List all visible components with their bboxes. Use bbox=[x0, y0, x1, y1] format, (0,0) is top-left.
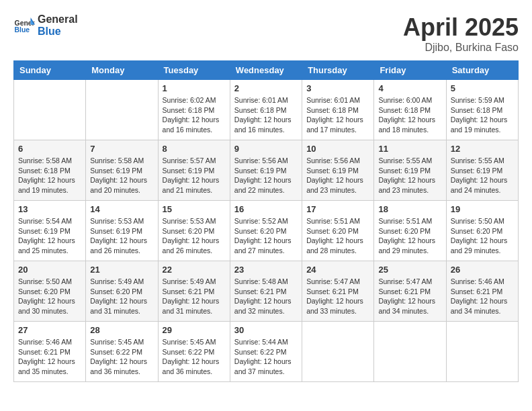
week-row-2: 6Sunrise: 5:58 AMSunset: 6:18 PMDaylight… bbox=[14, 140, 519, 201]
calendar-cell: 6Sunrise: 5:58 AMSunset: 6:18 PMDaylight… bbox=[14, 140, 86, 201]
day-info: Sunrise: 5:47 AMSunset: 6:21 PMDaylight:… bbox=[378, 277, 441, 316]
calendar-cell: 20Sunrise: 5:50 AMSunset: 6:20 PMDayligh… bbox=[14, 261, 86, 322]
calendar-cell: 3Sunrise: 6:01 AMSunset: 6:18 PMDaylight… bbox=[302, 80, 374, 140]
day-info: Sunrise: 5:48 AMSunset: 6:21 PMDaylight:… bbox=[234, 277, 298, 316]
week-row-5: 27Sunrise: 5:46 AMSunset: 6:21 PMDayligh… bbox=[14, 322, 519, 382]
day-number: 27 bbox=[18, 325, 81, 335]
week-row-4: 20Sunrise: 5:50 AMSunset: 6:20 PMDayligh… bbox=[14, 261, 519, 322]
calendar-cell: 12Sunrise: 5:55 AMSunset: 6:19 PMDayligh… bbox=[446, 140, 518, 201]
calendar-cell: 30Sunrise: 5:44 AMSunset: 6:22 PMDayligh… bbox=[230, 322, 302, 382]
calendar-cell: 7Sunrise: 5:58 AMSunset: 6:19 PMDaylight… bbox=[86, 140, 158, 201]
day-number: 21 bbox=[90, 265, 153, 275]
day-info: Sunrise: 5:45 AMSunset: 6:22 PMDaylight:… bbox=[163, 337, 226, 377]
calendar-cell: 8Sunrise: 5:57 AMSunset: 6:19 PMDaylight… bbox=[158, 140, 230, 201]
day-info: Sunrise: 5:49 AMSunset: 6:21 PMDaylight:… bbox=[163, 277, 226, 316]
day-info: Sunrise: 6:01 AMSunset: 6:18 PMDaylight:… bbox=[306, 95, 369, 135]
week-row-3: 13Sunrise: 5:54 AMSunset: 6:19 PMDayligh… bbox=[14, 201, 519, 261]
day-number: 2 bbox=[234, 83, 298, 93]
column-header-monday: Monday bbox=[86, 61, 158, 80]
calendar-cell: 13Sunrise: 5:54 AMSunset: 6:19 PMDayligh… bbox=[14, 201, 86, 261]
day-info: Sunrise: 5:46 AMSunset: 6:21 PMDaylight:… bbox=[451, 277, 514, 316]
logo-icon: General Blue bbox=[13, 15, 35, 36]
calendar-cell: 17Sunrise: 5:51 AMSunset: 6:20 PMDayligh… bbox=[302, 201, 374, 261]
column-header-saturday: Saturday bbox=[446, 61, 518, 80]
day-info: Sunrise: 5:57 AMSunset: 6:19 PMDaylight:… bbox=[163, 156, 226, 195]
column-header-thursday: Thursday bbox=[302, 61, 374, 80]
day-number: 29 bbox=[163, 325, 226, 335]
calendar-cell bbox=[14, 80, 86, 140]
calendar-cell: 5Sunrise: 5:59 AMSunset: 6:18 PMDaylight… bbox=[446, 80, 518, 140]
column-header-sunday: Sunday bbox=[14, 61, 86, 80]
calendar-cell: 23Sunrise: 5:48 AMSunset: 6:21 PMDayligh… bbox=[230, 261, 302, 322]
logo-blue-text: Blue bbox=[38, 26, 78, 38]
day-number: 7 bbox=[90, 144, 153, 154]
calendar-cell: 4Sunrise: 6:00 AMSunset: 6:18 PMDaylight… bbox=[374, 80, 446, 140]
calendar-cell: 22Sunrise: 5:49 AMSunset: 6:21 PMDayligh… bbox=[158, 261, 230, 322]
day-info: Sunrise: 5:50 AMSunset: 6:20 PMDaylight:… bbox=[451, 216, 514, 256]
day-number: 17 bbox=[306, 204, 369, 214]
day-info: Sunrise: 5:46 AMSunset: 6:21 PMDaylight:… bbox=[18, 337, 81, 377]
calendar-cell: 29Sunrise: 5:45 AMSunset: 6:22 PMDayligh… bbox=[158, 322, 230, 382]
day-info: Sunrise: 5:49 AMSunset: 6:20 PMDaylight:… bbox=[90, 277, 153, 316]
day-info: Sunrise: 6:02 AMSunset: 6:18 PMDaylight:… bbox=[163, 95, 226, 135]
day-number: 24 bbox=[306, 265, 369, 275]
calendar-cell: 21Sunrise: 5:49 AMSunset: 6:20 PMDayligh… bbox=[86, 261, 158, 322]
calendar-cell: 19Sunrise: 5:50 AMSunset: 6:20 PMDayligh… bbox=[446, 201, 518, 261]
day-number: 30 bbox=[234, 325, 298, 335]
calendar-cell: 15Sunrise: 5:53 AMSunset: 6:20 PMDayligh… bbox=[158, 201, 230, 261]
day-number: 1 bbox=[163, 83, 226, 93]
day-number: 4 bbox=[378, 83, 441, 93]
calendar-cell: 14Sunrise: 5:53 AMSunset: 6:19 PMDayligh… bbox=[86, 201, 158, 261]
day-info: Sunrise: 5:55 AMSunset: 6:19 PMDaylight:… bbox=[451, 156, 514, 195]
day-number: 8 bbox=[163, 144, 226, 154]
day-number: 9 bbox=[234, 144, 298, 154]
day-info: Sunrise: 5:53 AMSunset: 6:19 PMDaylight:… bbox=[90, 216, 153, 256]
calendar-cell bbox=[86, 80, 158, 140]
day-info: Sunrise: 5:55 AMSunset: 6:19 PMDaylight:… bbox=[378, 156, 441, 195]
column-header-friday: Friday bbox=[374, 61, 446, 80]
day-number: 15 bbox=[163, 204, 226, 214]
day-info: Sunrise: 5:56 AMSunset: 6:19 PMDaylight:… bbox=[306, 156, 369, 195]
day-number: 11 bbox=[378, 144, 441, 154]
calendar-header-row: SundayMondayTuesdayWednesdayThursdayFrid… bbox=[14, 61, 519, 80]
day-number: 14 bbox=[90, 204, 153, 214]
month-title: April 2025 bbox=[403, 13, 519, 42]
week-row-1: 1Sunrise: 6:02 AMSunset: 6:18 PMDaylight… bbox=[14, 80, 519, 140]
calendar-cell: 27Sunrise: 5:46 AMSunset: 6:21 PMDayligh… bbox=[14, 322, 86, 382]
column-header-tuesday: Tuesday bbox=[158, 61, 230, 80]
day-info: Sunrise: 6:01 AMSunset: 6:18 PMDaylight:… bbox=[234, 95, 298, 135]
day-info: Sunrise: 5:45 AMSunset: 6:22 PMDaylight:… bbox=[90, 337, 153, 377]
day-info: Sunrise: 5:58 AMSunset: 6:19 PMDaylight:… bbox=[90, 156, 153, 195]
day-number: 5 bbox=[451, 83, 514, 93]
calendar-cell: 11Sunrise: 5:55 AMSunset: 6:19 PMDayligh… bbox=[374, 140, 446, 201]
day-number: 12 bbox=[451, 144, 514, 154]
calendar-cell: 18Sunrise: 5:51 AMSunset: 6:20 PMDayligh… bbox=[374, 201, 446, 261]
day-number: 13 bbox=[18, 204, 81, 214]
day-info: Sunrise: 5:44 AMSunset: 6:22 PMDaylight:… bbox=[234, 337, 298, 377]
day-info: Sunrise: 5:50 AMSunset: 6:20 PMDaylight:… bbox=[18, 277, 81, 316]
day-number: 10 bbox=[306, 144, 369, 154]
day-info: Sunrise: 5:47 AMSunset: 6:21 PMDaylight:… bbox=[306, 277, 369, 316]
calendar-cell: 9Sunrise: 5:56 AMSunset: 6:19 PMDaylight… bbox=[230, 140, 302, 201]
day-number: 22 bbox=[163, 265, 226, 275]
day-info: Sunrise: 5:53 AMSunset: 6:20 PMDaylight:… bbox=[163, 216, 226, 256]
calendar-cell: 1Sunrise: 6:02 AMSunset: 6:18 PMDaylight… bbox=[158, 80, 230, 140]
day-number: 26 bbox=[451, 265, 514, 275]
location-subtitle: Djibo, Burkina Faso bbox=[403, 42, 519, 54]
day-number: 3 bbox=[306, 83, 369, 93]
title-block: April 2025 Djibo, Burkina Faso bbox=[403, 13, 519, 54]
calendar-cell bbox=[302, 322, 374, 382]
day-number: 28 bbox=[90, 325, 153, 335]
calendar-cell: 28Sunrise: 5:45 AMSunset: 6:22 PMDayligh… bbox=[86, 322, 158, 382]
calendar-cell: 26Sunrise: 5:46 AMSunset: 6:21 PMDayligh… bbox=[446, 261, 518, 322]
logo: General Blue General Blue bbox=[13, 13, 78, 38]
day-info: Sunrise: 5:56 AMSunset: 6:19 PMDaylight:… bbox=[234, 156, 298, 195]
day-number: 19 bbox=[451, 204, 514, 214]
day-number: 18 bbox=[378, 204, 441, 214]
calendar-cell: 24Sunrise: 5:47 AMSunset: 6:21 PMDayligh… bbox=[302, 261, 374, 322]
svg-text:Blue: Blue bbox=[15, 26, 30, 34]
calendar-cell bbox=[446, 322, 518, 382]
day-info: Sunrise: 5:54 AMSunset: 6:19 PMDaylight:… bbox=[18, 216, 81, 256]
calendar-cell: 2Sunrise: 6:01 AMSunset: 6:18 PMDaylight… bbox=[230, 80, 302, 140]
calendar-cell: 10Sunrise: 5:56 AMSunset: 6:19 PMDayligh… bbox=[302, 140, 374, 201]
